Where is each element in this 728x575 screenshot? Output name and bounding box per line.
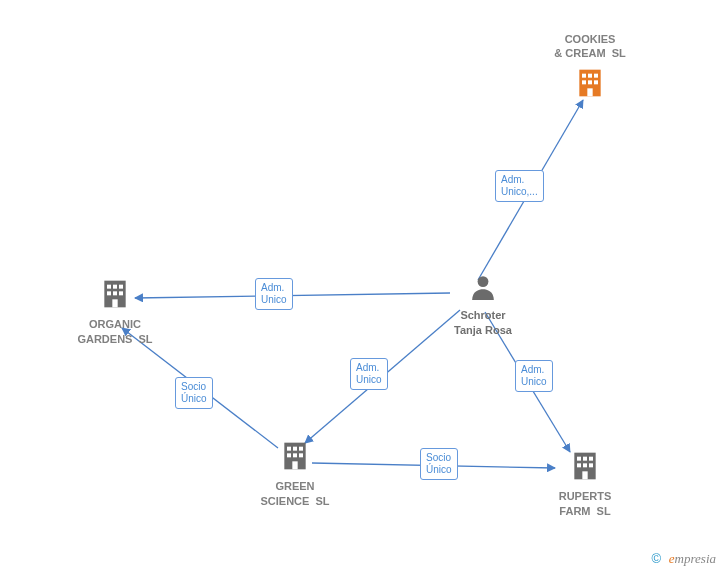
svg-rect-26 <box>583 457 587 461</box>
svg-rect-19 <box>299 447 303 451</box>
edge-label-ruperts: Adm. Unico <box>515 360 553 392</box>
svg-rect-4 <box>582 80 586 84</box>
edge-label-green: Adm. Unico <box>350 358 388 390</box>
brand-name: empresia <box>669 551 716 566</box>
svg-rect-20 <box>287 453 291 457</box>
edge-label-cookies: Adm. Unico,... <box>495 170 544 202</box>
edge-label-organic: Adm. Unico <box>255 278 293 310</box>
svg-rect-31 <box>582 471 587 479</box>
svg-rect-15 <box>112 299 117 307</box>
building-icon <box>99 278 131 310</box>
svg-rect-5 <box>588 80 592 84</box>
node-cookies-cream[interactable]: COOKIES & CREAM SL <box>540 28 640 102</box>
svg-rect-6 <box>594 80 598 84</box>
node-green-science[interactable]: GREEN SCIENCE SL <box>250 440 340 508</box>
svg-rect-17 <box>287 447 291 451</box>
svg-rect-14 <box>119 291 123 295</box>
svg-rect-9 <box>107 285 111 289</box>
svg-rect-13 <box>113 291 117 295</box>
svg-point-32 <box>478 276 489 287</box>
node-label: COOKIES & CREAM SL <box>540 32 640 61</box>
node-label: ORGANIC GARDENS SL <box>70 317 160 346</box>
node-label: RUPERTS FARM SL <box>540 489 630 518</box>
svg-rect-2 <box>588 73 592 77</box>
svg-rect-27 <box>589 457 593 461</box>
svg-rect-3 <box>594 73 598 77</box>
svg-rect-18 <box>293 447 297 451</box>
svg-rect-10 <box>113 285 117 289</box>
building-icon <box>574 67 606 99</box>
building-icon <box>279 440 311 472</box>
person-icon <box>470 273 496 301</box>
svg-rect-23 <box>292 461 297 469</box>
node-organic-gardens[interactable]: ORGANIC GARDENS SL <box>70 278 160 346</box>
svg-rect-30 <box>589 463 593 467</box>
node-label: Schroter Tanja Rosa <box>438 308 528 337</box>
building-icon <box>569 450 601 482</box>
svg-rect-28 <box>577 463 581 467</box>
svg-rect-1 <box>582 73 586 77</box>
edge-label-green-ruperts: Socio Único <box>420 448 458 480</box>
node-ruperts-farm[interactable]: RUPERTS FARM SL <box>540 450 630 518</box>
svg-rect-12 <box>107 291 111 295</box>
svg-rect-25 <box>577 457 581 461</box>
node-person-schroter[interactable]: Schroter Tanja Rosa <box>438 273 528 337</box>
svg-rect-29 <box>583 463 587 467</box>
edge-label-green-organic: Socio Único <box>175 377 213 409</box>
svg-rect-21 <box>293 453 297 457</box>
watermark: © empresia <box>652 551 716 567</box>
copyright-icon: © <box>652 551 662 566</box>
svg-rect-7 <box>587 88 592 96</box>
svg-rect-11 <box>119 285 123 289</box>
node-label: GREEN SCIENCE SL <box>250 479 340 508</box>
svg-rect-22 <box>299 453 303 457</box>
